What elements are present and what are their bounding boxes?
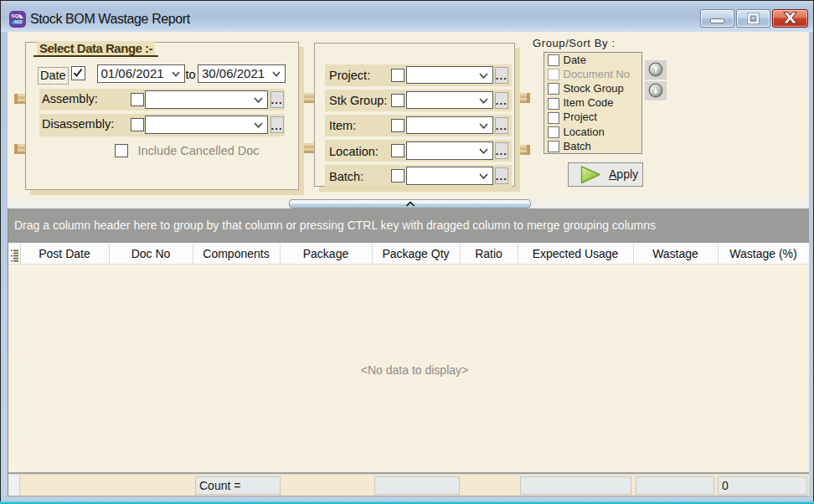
svg-text:ACC: ACC [14,20,23,24]
